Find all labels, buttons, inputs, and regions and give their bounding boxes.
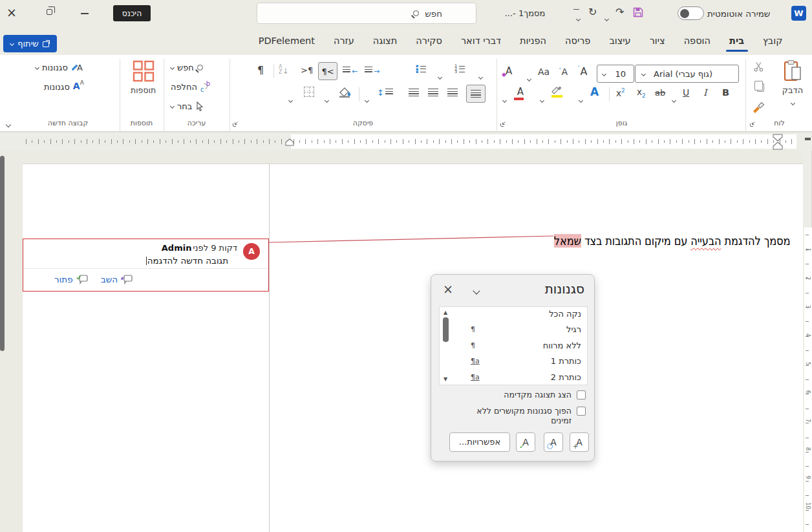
restore-icon[interactable] (47, 9, 52, 15)
style-item[interactable]: רגיל ¶ (440, 323, 587, 338)
horizontal-ruler[interactable] (0, 132, 812, 151)
vertical-scrollbar[interactable] (0, 156, 5, 351)
shading-button[interactable] (338, 86, 352, 98)
reply-button[interactable]: השב (101, 274, 133, 284)
ribbon-tab[interactable]: סקירה (407, 28, 452, 55)
text-highlight-button[interactable] (551, 86, 562, 98)
underline-button[interactable]: U (683, 88, 689, 97)
increase-indent-button[interactable]: → (365, 66, 379, 75)
ribbon-tab[interactable]: דברי דואר (451, 28, 510, 55)
numbering-dropdown-icon[interactable] (478, 75, 483, 80)
change-case-button[interactable]: Aa (538, 67, 550, 76)
sort-button[interactable]: AZ↓ (279, 65, 289, 75)
indent-marker-left[interactable] (284, 138, 295, 146)
style-inspector-button[interactable]: A✓ (516, 432, 535, 452)
format-painter-button[interactable] (752, 101, 765, 113)
align-justify-button[interactable] (409, 89, 419, 98)
ribbon-tab[interactable]: תצוגה (363, 28, 407, 55)
styles-button-2[interactable]: A A סגנונות (44, 82, 85, 92)
undo-icon[interactable]: ↻ (588, 6, 597, 18)
align-left-button[interactable] (428, 89, 438, 98)
undo-dropdown-icon[interactable] (605, 11, 608, 23)
font-name-select[interactable]: Arial (גוף עברי) (635, 65, 739, 83)
ribbon-tab[interactable]: הוספה (674, 28, 720, 55)
autosave-toggle[interactable] (678, 6, 704, 20)
styles-panel-dropdown-icon[interactable] (474, 284, 479, 296)
ribbon-tab[interactable]: PDFelement (249, 28, 324, 55)
strikethrough-button[interactable]: ab (655, 89, 665, 97)
select-button[interactable]: בחר (171, 101, 204, 111)
addins-button[interactable]: תוספות (131, 60, 156, 95)
font-size-select[interactable]: 10 (597, 65, 634, 83)
text-effects-dropdown-icon[interactable] (579, 98, 583, 103)
search-input[interactable]: חפש (257, 3, 476, 24)
redo-icon[interactable]: ↷ (615, 6, 624, 18)
scroll-thumb[interactable] (443, 317, 449, 342)
align-right-button[interactable] (466, 85, 486, 103)
subscript-button[interactable]: x2 (637, 88, 646, 99)
line-spacing-button[interactable]: ↕ (377, 88, 393, 97)
ribbon-tab[interactable]: עיצוב (600, 28, 640, 55)
share-button[interactable]: שיתוף (3, 35, 57, 52)
text-effects-button[interactable]: A (590, 87, 599, 98)
align-center-button[interactable] (447, 89, 458, 98)
comment-body[interactable]: תגובה חדשה להדגמה (146, 255, 228, 266)
paste-button[interactable]: הדבק (776, 59, 809, 118)
styles-list-scrollbar[interactable]: ▲ ▼ (442, 308, 451, 383)
style-manager-button[interactable]: A○ (544, 432, 563, 452)
superscript-button[interactable]: x2 (616, 88, 625, 98)
new-style-button[interactable]: A+ (570, 432, 589, 452)
font-color-dropdown-icon[interactable] (502, 98, 507, 103)
rtl-direction-button[interactable]: ¶< (318, 62, 337, 80)
paragraph-dialog-launcher[interactable] (233, 120, 239, 127)
ribbon-tab[interactable]: קובץ (754, 28, 792, 55)
shading-dropdown-icon[interactable] (325, 98, 329, 103)
save-icon[interactable] (632, 6, 645, 19)
ltr-direction-button[interactable]: >¶ (301, 66, 313, 74)
italic-button[interactable]: I (703, 88, 707, 97)
clipboard-dialog-launcher[interactable] (750, 120, 756, 127)
bullets-button[interactable]: ▪ ▪ ▪ (416, 65, 426, 74)
document-text[interactable]: מסמך להדגמת הבעייה עם מיקום התגובות בצד … (553, 234, 790, 248)
grow-font-button[interactable]: Aˆ (577, 66, 587, 77)
strikethrough-dropdown-icon[interactable] (672, 98, 676, 103)
copy-button[interactable] (754, 81, 764, 92)
ribbon-tab[interactable]: עזרה (324, 28, 363, 55)
options-button[interactable]: אפשרויות... (449, 432, 510, 452)
highlight-dropdown-icon[interactable] (540, 98, 544, 103)
close-icon[interactable]: × (5, 5, 18, 19)
indent-marker-right[interactable] (772, 134, 784, 151)
style-item[interactable]: נקה הכל (440, 307, 587, 323)
decrease-indent-button[interactable]: ← (343, 66, 358, 75)
style-item[interactable]: כותרת 1 ¶a (440, 354, 587, 370)
replace-button[interactable]: b c החלפה (171, 82, 210, 92)
show-preview-checkbox[interactable]: הצג תצוגה מקדימה (504, 390, 586, 399)
line-spacing-dropdown-icon[interactable] (365, 98, 369, 103)
style-item[interactable]: ללא מרווח ¶ (440, 339, 587, 354)
styles-panel[interactable]: סגנונות × נקה הכל רגיל ¶ ללא מרווח ¶ כות… (431, 274, 595, 462)
comment-card[interactable]: A Adminדקות 9 לפני תגובה חדשה להדגמה השב… (23, 239, 269, 292)
borders-dropdown-icon[interactable] (288, 98, 293, 103)
ribbon-tab[interactable]: ציור (640, 28, 674, 55)
page[interactable]: מסמך להדגמת הבעייה עם מיקום התגובות בצד … (23, 164, 803, 532)
show-marks-button[interactable]: ¶ (257, 65, 264, 76)
ribbon-tab[interactable]: בית (720, 28, 754, 55)
resolve-button[interactable]: פתור (54, 274, 88, 284)
ribbon-collapse-icon[interactable] (6, 117, 10, 129)
style-item[interactable]: כותרת 2 ¶a (440, 370, 587, 386)
word-logo[interactable]: W (791, 6, 806, 21)
cut-button[interactable] (753, 61, 764, 72)
sign-in-button[interactable]: היכנס (113, 5, 151, 21)
styles-button-1[interactable]: A סגנונות (36, 63, 83, 72)
numbering-button[interactable]: 1 2 3 (454, 65, 465, 74)
bold-button[interactable]: B (722, 88, 729, 98)
ribbon-tab[interactable]: פריסה (556, 28, 600, 55)
find-button[interactable]: חפש (171, 63, 203, 72)
bullets-dropdown-icon[interactable] (438, 75, 442, 80)
minimize-icon[interactable] (81, 13, 89, 14)
ribbon-tab[interactable]: הפניות (510, 28, 555, 55)
font-color-button[interactable]: A (514, 87, 524, 100)
clear-formatting-button[interactable]: A◆ (506, 67, 512, 76)
styles-list[interactable]: נקה הכל רגיל ¶ ללא מרווח ¶ כותרת 1 ¶a כו… (439, 306, 588, 385)
scroll-up-icon[interactable]: ▲ (443, 310, 447, 315)
